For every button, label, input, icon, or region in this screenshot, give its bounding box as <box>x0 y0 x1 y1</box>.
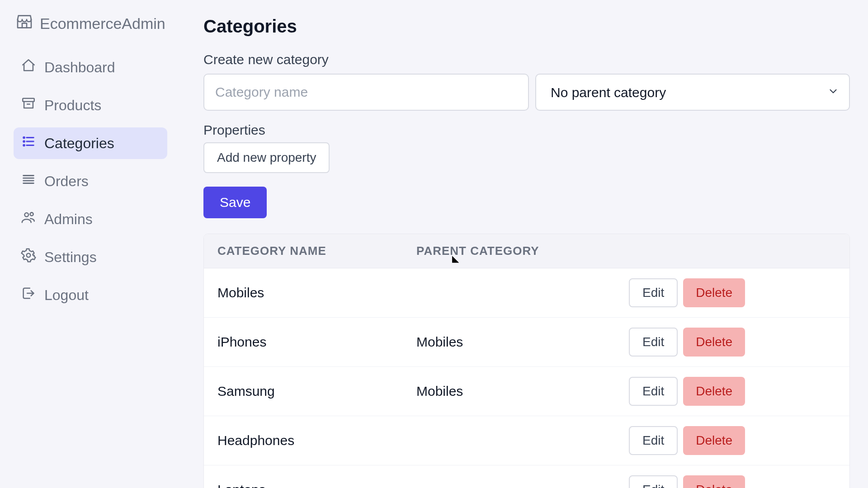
delete-button[interactable]: Delete <box>683 426 745 455</box>
edit-button[interactable]: Edit <box>629 475 678 488</box>
table-row: MobilesEditDelete <box>204 268 849 318</box>
gear-icon <box>21 248 36 267</box>
home-icon <box>21 58 36 77</box>
cell-actions: EditDelete <box>615 268 849 317</box>
delete-button[interactable]: Delete <box>683 377 745 406</box>
cell-actions: EditDelete <box>615 416 849 465</box>
delete-button[interactable]: Delete <box>683 278 745 307</box>
add-property-button[interactable]: Add new property <box>203 142 330 173</box>
cell-parent-category <box>403 431 615 450</box>
sidebar-item-products[interactable]: Products <box>14 89 167 121</box>
logout-icon <box>21 286 36 305</box>
parent-category-select[interactable]: No parent category <box>535 74 850 111</box>
queue-icon <box>21 172 36 191</box>
table-header: CATEGORY NAME PARENT CATEGORY <box>204 234 849 268</box>
table-body: MobilesEditDeleteiPhonesMobilesEditDelet… <box>204 268 849 488</box>
svg-point-1 <box>24 137 25 138</box>
th-actions <box>615 234 849 268</box>
edit-button[interactable]: Edit <box>629 278 678 307</box>
svg-rect-0 <box>23 99 34 102</box>
svg-point-5 <box>24 145 25 146</box>
table-row: SamsungMobilesEditDelete <box>204 367 849 416</box>
cell-category-name: Mobiles <box>204 275 403 310</box>
users-icon <box>21 210 36 229</box>
sidebar-item-label: Settings <box>44 249 97 266</box>
archive-icon <box>21 96 36 115</box>
svg-point-13 <box>27 253 31 258</box>
list-icon <box>21 134 36 153</box>
store-icon <box>15 13 33 34</box>
edit-button[interactable]: Edit <box>629 377 678 406</box>
sidebar: EcommerceAdmin Dashboard Products Catego <box>0 0 176 488</box>
cell-parent-category: Mobiles <box>403 374 615 409</box>
sidebar-item-dashboard[interactable]: Dashboard <box>14 52 167 83</box>
save-button[interactable]: Save <box>203 187 267 218</box>
cell-parent-category: Mobiles <box>403 324 615 360</box>
cell-parent-category <box>403 480 615 488</box>
cell-parent-category <box>403 283 615 303</box>
cell-actions: EditDelete <box>615 465 849 488</box>
svg-point-11 <box>25 213 29 217</box>
page-title: Categories <box>203 16 850 37</box>
delete-button[interactable]: Delete <box>683 328 745 357</box>
cell-category-name: Laptops <box>204 472 403 488</box>
main: Categories Create new category No parent… <box>176 0 868 488</box>
table-row: iPhonesMobilesEditDelete <box>204 318 849 367</box>
cell-category-name: iPhones <box>204 324 403 360</box>
svg-point-12 <box>30 212 33 216</box>
table-row: HeadphonesEditDelete <box>204 416 849 465</box>
cell-actions: EditDelete <box>615 367 849 416</box>
create-category-label: Create new category <box>203 52 850 67</box>
edit-button[interactable]: Edit <box>629 426 678 455</box>
sidebar-item-logout[interactable]: Logout <box>14 279 167 311</box>
th-category-name: CATEGORY NAME <box>204 234 403 268</box>
sidebar-item-label: Logout <box>44 287 89 304</box>
parent-category-select-wrap: No parent category <box>535 74 850 111</box>
category-name-input[interactable] <box>203 74 529 111</box>
cell-category-name: Headphones <box>204 423 403 458</box>
table-row: LaptopsEditDelete <box>204 465 849 488</box>
sidebar-item-label: Orders <box>44 173 89 190</box>
categories-table: CATEGORY NAME PARENT CATEGORY MobilesEdi… <box>203 234 850 488</box>
sidebar-item-orders[interactable]: Orders <box>14 165 167 197</box>
cell-actions: EditDelete <box>615 318 849 366</box>
delete-button[interactable]: Delete <box>683 475 745 488</box>
sidebar-item-label: Categories <box>44 135 114 152</box>
create-row: No parent category <box>203 74 850 111</box>
sidebar-item-categories[interactable]: Categories <box>14 127 167 159</box>
sidebar-item-label: Products <box>44 97 101 114</box>
sidebar-item-settings[interactable]: Settings <box>14 241 167 273</box>
sidebar-item-admins[interactable]: Admins <box>14 203 167 235</box>
brand[interactable]: EcommerceAdmin <box>14 13 167 34</box>
brand-name: EcommerceAdmin <box>40 15 165 33</box>
edit-button[interactable]: Edit <box>629 328 678 357</box>
sidebar-item-label: Admins <box>44 211 93 228</box>
sidebar-item-label: Dashboard <box>44 59 115 76</box>
th-parent-category: PARENT CATEGORY <box>403 234 615 268</box>
nav: Dashboard Products Categories Orders <box>14 52 167 311</box>
cell-category-name: Samsung <box>204 374 403 409</box>
properties-label: Properties <box>203 122 850 138</box>
svg-point-3 <box>24 141 25 142</box>
